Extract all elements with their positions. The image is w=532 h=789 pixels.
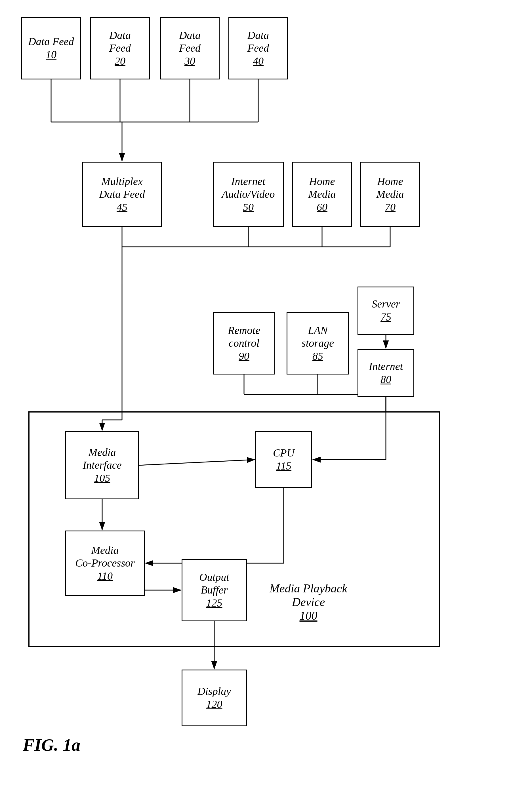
- server-label: Server: [372, 297, 400, 311]
- media-playback-device-label: Media PlaybackDevice 100: [269, 582, 347, 622]
- home-media-60-num: 60: [317, 201, 327, 214]
- cpu-box: CPU 115: [255, 431, 312, 488]
- data-feed-40-num: 40: [253, 55, 264, 68]
- internet-av-num: 50: [243, 201, 254, 214]
- cpu-num: 115: [276, 460, 291, 473]
- output-buffer-box: OutputBuffer 125: [182, 559, 247, 621]
- data-feed-30-num: 30: [185, 55, 195, 68]
- data-feed-20-box: DataFeed 20: [90, 17, 150, 79]
- data-feed-30-label: DataFeed: [179, 29, 201, 55]
- data-feed-40-box: DataFeed 40: [228, 17, 288, 79]
- server-num: 75: [380, 311, 391, 324]
- home-media-60-box: HomeMedia 60: [292, 162, 352, 227]
- internet-av-box: InternetAudio/Video 50: [213, 162, 284, 227]
- data-feed-30-box: DataFeed 30: [160, 17, 220, 79]
- home-media-60-label: HomeMedia: [308, 175, 336, 201]
- internet-num: 80: [380, 373, 391, 386]
- server-box: Server 75: [358, 287, 414, 335]
- internet-label: Internet: [369, 360, 403, 373]
- multiplex-data-feed-num: 45: [117, 201, 127, 214]
- remote-control-box: Remotecontrol 90: [213, 312, 275, 374]
- remote-control-num: 90: [239, 350, 249, 363]
- media-coprocessor-num: 110: [97, 570, 113, 583]
- output-buffer-num: 125: [206, 597, 223, 610]
- media-coprocessor-box: MediaCo-Processor 110: [65, 531, 145, 596]
- data-feed-20-num: 20: [115, 55, 126, 68]
- internet-av-label: InternetAudio/Video: [222, 175, 275, 201]
- home-media-70-box: HomeMedia 70: [360, 162, 420, 227]
- multiplex-data-feed-label: MultiplexData Feed: [99, 175, 145, 201]
- display-box: Display 120: [182, 670, 247, 726]
- home-media-70-num: 70: [385, 201, 396, 214]
- internet-box: Internet 80: [358, 349, 414, 397]
- lan-storage-num: 85: [312, 350, 323, 363]
- media-coprocessor-label: MediaCo-Processor: [75, 544, 135, 570]
- display-label: Display: [197, 685, 231, 698]
- data-feed-10-label: Data Feed: [28, 35, 74, 48]
- media-interface-box: MediaInterface 105: [65, 431, 139, 499]
- multiplex-data-feed-box: MultiplexData Feed 45: [82, 162, 162, 227]
- lan-storage-label: LANstorage: [302, 324, 334, 350]
- home-media-70-label: HomeMedia: [376, 175, 404, 201]
- data-feed-20-label: DataFeed: [109, 29, 131, 55]
- lan-storage-box: LANstorage 85: [287, 312, 349, 374]
- data-feed-40-label: DataFeed: [247, 29, 269, 55]
- remote-control-label: Remotecontrol: [228, 324, 260, 350]
- data-feed-10-num: 10: [46, 48, 56, 61]
- media-interface-label: MediaInterface: [82, 446, 121, 472]
- data-feed-10-box: Data Feed 10: [21, 17, 81, 79]
- cpu-label: CPU: [273, 446, 294, 460]
- output-buffer-label: OutputBuffer: [199, 571, 229, 597]
- media-interface-num: 105: [94, 472, 110, 485]
- display-num: 120: [206, 698, 223, 711]
- figure-label: FIG. 1a: [23, 735, 80, 755]
